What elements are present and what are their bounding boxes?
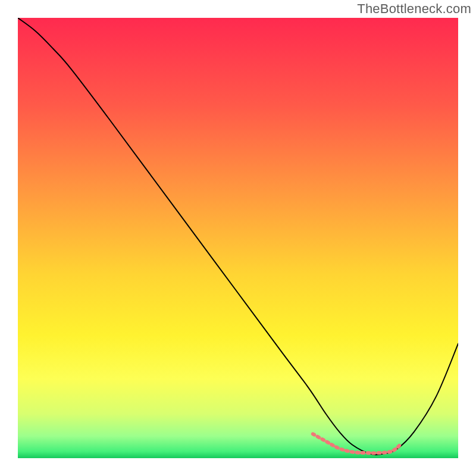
chart-svg [18,18,458,458]
plot-area [18,18,458,458]
watermark-text: TheBottleneck.com [357,1,471,17]
chart-container: TheBottleneck.com [0,0,476,476]
gradient-background [18,18,458,458]
